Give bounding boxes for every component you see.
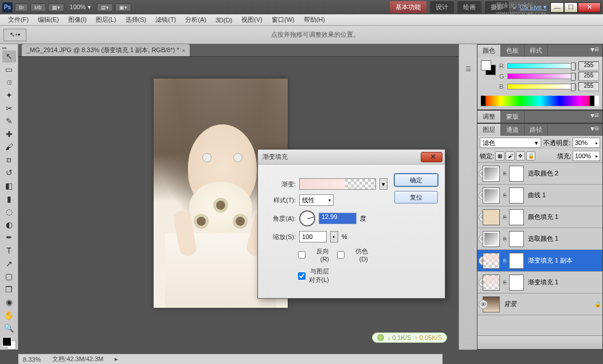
lock-pixels-icon[interactable]: 🖌 [506,151,515,161]
dialog-close-button[interactable]: ✕ [421,152,443,162]
tab-paths[interactable]: 路径 [524,124,548,136]
r-value[interactable]: 255 [578,61,599,71]
b-slider[interactable] [507,84,576,89]
tab-adjustments[interactable]: 调整 [477,111,501,123]
eyedropper-tool[interactable]: ✎ [2,115,16,127]
panel-menu-icon[interactable]: ▾≡ [587,124,602,136]
workspace-essentials[interactable]: 基本功能 [390,1,426,13]
wand-tool[interactable]: ✦ [2,89,16,101]
lasso-tool[interactable]: ⟃ [2,76,16,88]
extras-button[interactable]: ▣▾ [115,3,131,11]
dither-checkbox[interactable]: 仿色(D) [337,247,368,263]
layer-name[interactable]: 背景 [502,300,593,308]
hand-tool[interactable]: ✋ [2,310,16,322]
workspace-design[interactable]: 设计 [430,1,454,13]
layer-row[interactable]: 👁背景🔒 [477,293,602,315]
window-close-button[interactable]: ✕ [578,2,601,13]
tab-styles[interactable]: 样式 [524,45,548,57]
ok-button[interactable]: 确定 [394,174,438,186]
brush-tool[interactable]: 🖌 [2,141,16,153]
arrange-docs-button[interactable]: ▤▾ [97,3,113,11]
crop-tool[interactable]: ✂ [2,102,16,114]
bridge-button[interactable]: Br [15,3,28,11]
menu-edit[interactable]: 编辑(E) [33,14,64,25]
dialog-titlebar[interactable]: 渐变填充 ✕ [258,150,445,165]
tab-channels[interactable]: 通道 [501,124,524,136]
menu-window[interactable]: 窗口(W) [267,14,299,25]
menu-layer[interactable]: 图层(L) [91,14,120,25]
layer-name[interactable]: 曲线 1 [526,191,601,199]
lock-position-icon[interactable]: ✥ [516,151,525,161]
pen-tool[interactable]: ✒ [2,232,16,244]
blend-mode-select[interactable]: 滤色 [480,138,541,148]
minibridge-button[interactable]: Mb [30,3,46,11]
blur-tool[interactable]: ◌ [2,206,16,218]
history-brush-tool[interactable]: ↺ [2,167,16,179]
opacity-input[interactable]: 30%▸ [573,138,600,148]
window-minimize-button[interactable]: — [550,2,564,13]
g-value[interactable]: 255 [578,72,599,81]
gradient-picker[interactable] [299,178,376,190]
lock-all-icon[interactable]: 🔒 [526,151,535,161]
layer-name[interactable]: 选取颜色 2 [526,169,601,178]
move-tool[interactable]: ↖ [2,50,16,62]
scale-stepper[interactable]: ▸ [330,231,338,242]
3d-camera-tool[interactable]: ◉ [2,296,16,308]
stamp-tool[interactable]: ⧈ [2,154,16,166]
3d-tool[interactable]: ❒ [2,283,16,295]
layer-name[interactable]: 渐变填充 1 [526,278,601,287]
tab-swatches[interactable]: 色板 [501,45,524,57]
g-slider[interactable] [507,73,576,79]
color-fg-bg-swatch[interactable] [481,60,496,75]
layer-row[interactable]: 👁⎘渐变填充 1 副本 [477,250,602,272]
fill-input[interactable]: 100%▸ [573,151,600,161]
align-checkbox[interactable]: 与图层对齐(L) [298,267,329,284]
zoom-tool[interactable]: 🔍 [2,322,16,334]
tab-masks[interactable]: 蒙版 [501,111,524,123]
shape-tool[interactable]: ▢ [2,271,16,283]
path-select-tool[interactable]: ↗ [2,257,16,269]
close-tab-icon[interactable]: × [182,47,185,54]
menu-select[interactable]: 选择(S) [121,14,151,25]
type-tool[interactable]: T [2,245,16,257]
color-spectrum[interactable] [481,96,599,106]
panel-menu-icon[interactable]: ▾≡ [587,45,602,57]
menu-filter[interactable]: 滤镜(T) [151,14,181,25]
style-select[interactable]: 线性 [299,194,334,206]
document-tab[interactable]: _MG_2914.JPG @ 8.33% (渐变填充 1 副本, RGB/8*)… [22,44,190,56]
menu-view[interactable]: 视图(V) [237,14,267,25]
reset-button[interactable]: 复位 [394,191,438,203]
layer-name[interactable]: 渐变填充 1 副本 [526,256,601,265]
gradient-dropdown-button[interactable]: ▾ [379,178,387,190]
layer-row[interactable]: 👁⎘曲线 1 [477,185,602,206]
eraser-tool[interactable]: ◧ [2,180,16,192]
screen-mode-button[interactable]: ▦▾ [48,3,64,11]
reverse-checkbox[interactable]: 反向(R) [298,247,329,263]
visibility-toggle-icon[interactable]: 👁 [479,300,488,309]
gradient-tool[interactable]: ▮ [2,193,16,205]
scale-input[interactable]: 100 [299,231,327,242]
menu-help[interactable]: 帮助(H) [299,14,330,25]
layer-row[interactable]: 👁⎘颜色填充 1 [477,206,602,228]
layer-row[interactable]: 👁⎘渐变填充 1 [477,272,602,293]
menu-image[interactable]: 图像(I) [64,14,91,25]
zoom-level-select[interactable]: 100% ▾ [66,3,95,11]
color-swatches[interactable] [2,337,16,350]
dodge-tool[interactable]: ◐ [2,219,16,231]
r-slider[interactable] [507,63,576,69]
menu-3d[interactable]: 3D(D) [211,15,237,25]
window-maximize-button[interactable]: ☐ [564,2,578,13]
marquee-tool[interactable]: ▭ [2,64,16,76]
heal-tool[interactable]: ✚ [2,128,16,140]
angle-dial[interactable] [299,210,315,226]
layer-row[interactable]: 👁⎘选取颜色 1 [477,228,602,250]
menu-analysis[interactable]: 分析(A) [181,14,211,25]
lock-transparency-icon[interactable]: ▦ [495,151,504,161]
b-value[interactable]: 255 [578,82,599,91]
status-zoom[interactable]: 8.33% [23,356,41,363]
workspace-painting[interactable]: 绘画 [457,1,481,13]
tab-layers[interactable]: 图层 [477,124,501,136]
panel-menu-icon[interactable]: ▾≡ [587,111,602,123]
layer-name[interactable]: 选取颜色 1 [526,234,601,243]
history-panel-icon[interactable]: ☰ [462,62,475,75]
